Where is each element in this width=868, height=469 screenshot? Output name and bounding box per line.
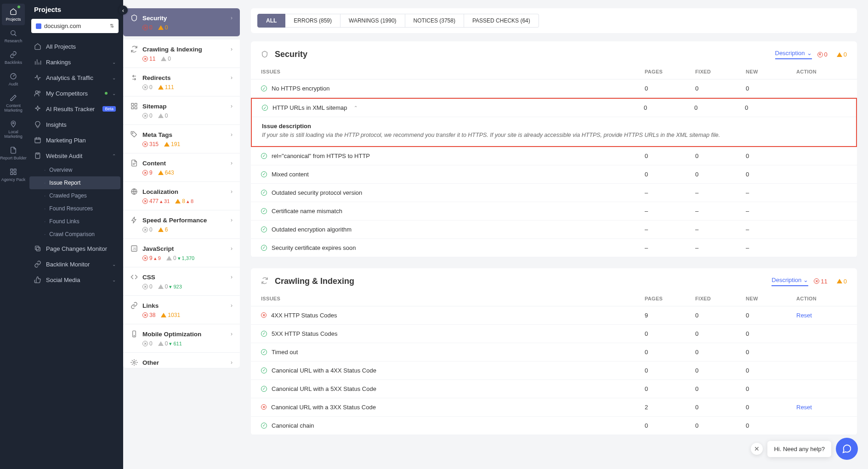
bulb-icon	[34, 121, 41, 128]
issue-label: Security certificate expires soon	[272, 244, 356, 251]
issue-row[interactable]: ✓ HTTP URLs in XML sitemap ⌃ 0 0 0	[252, 99, 856, 117]
nav-item-ai-results-tracker[interactable]: AI Results Tracker Beta	[27, 101, 123, 117]
nav-item-insights[interactable]: Insights	[27, 117, 123, 132]
category-security[interactable]: Security › ✕00	[123, 8, 240, 37]
issue-row[interactable]: ✓ Canonical chain 0 0 0	[251, 417, 857, 435]
rail-item-backlinks[interactable]: Backlinks	[0, 47, 27, 68]
issue-row[interactable]: ✕ 4XX HTTP Status Codes 9 0 0 Reset	[251, 306, 857, 325]
rail-item-report-builder[interactable]: Report Builder	[0, 142, 27, 164]
nav-label: Page Changes Monitor	[46, 245, 116, 252]
check-icon: ✓	[261, 349, 267, 355]
rail-item-local-marketing[interactable]: Local Marketing	[0, 116, 27, 142]
nav-item-marketing-plan[interactable]: Marketing Plan	[27, 132, 123, 148]
issue-row[interactable]: ✓ Outdated security protocol version – –…	[251, 184, 857, 202]
subnav-found-resources[interactable]: Found Resources	[27, 202, 123, 215]
category-localization[interactable]: Localization › ✕477 ▴ 318 ▴ 8	[123, 182, 240, 210]
issue-row[interactable]: ✓ rel="canonical" from HTTPS to HTTP 0 0…	[251, 147, 857, 165]
rail-item-projects[interactable]: Projects	[2, 4, 25, 25]
rail-label: Local Marketing	[0, 130, 27, 139]
category-counts: ✕00 ▾ 611	[123, 339, 240, 352]
category-css[interactable]: CSS › ✕00 ▾ 923	[123, 267, 240, 296]
nav-item-my-competitors[interactable]: My Competitors ⌄	[27, 85, 123, 101]
new-value: 0	[746, 153, 796, 159]
chat-close-button[interactable]: ✕	[751, 443, 763, 455]
pages-value: 0	[645, 349, 695, 356]
issue-row[interactable]: ✓ Certificate name mismatch – – –	[251, 202, 857, 220]
category-javascript[interactable]: JS JavaScript › ✕9 ▴ 90 ▾ 1,370	[123, 239, 240, 267]
chevron-up-icon: ⌃	[354, 105, 357, 110]
issue-row[interactable]: ✓ Security certificate expires soon – – …	[251, 239, 857, 257]
svg-rect-10	[35, 153, 40, 158]
filter-passed[interactable]: PASSED CHECKS (64)	[464, 14, 539, 28]
reset-link[interactable]: Reset	[796, 404, 812, 411]
error-icon: ✕	[814, 278, 819, 284]
sidebar-collapse-button[interactable]: ‹	[119, 6, 128, 15]
issue-label: Certificate name mismatch	[272, 208, 342, 215]
category-redirects[interactable]: Redirects › ✕0111	[123, 68, 240, 96]
category-other[interactable]: Other ›	[123, 353, 240, 368]
subnav-crawled-pages[interactable]: Crawled Pages	[27, 189, 123, 202]
fixed-value: 0	[695, 330, 746, 337]
project-selector[interactable]: docusign.com ⇅	[31, 19, 119, 33]
filter-warnings[interactable]: WARNINGS (1990)	[340, 14, 405, 28]
error-count: ✕11	[142, 56, 155, 62]
home-icon	[9, 7, 17, 16]
category-crawling-indexing[interactable]: Crawling & Indexing › ✕110	[123, 40, 240, 68]
chat-open-button[interactable]	[836, 438, 858, 460]
issue-row[interactable]: ✓ Outdated encryption algorithm – – –	[251, 220, 857, 239]
description-dropdown[interactable]: Description ⌄	[775, 50, 812, 59]
issue-row[interactable]: ✓ No HTTPS encryption 0 0 0	[251, 79, 857, 98]
subnav-overview[interactable]: Overview	[27, 164, 123, 176]
subnav-issue-report[interactable]: Issue Report	[29, 176, 120, 189]
pages-value: 9	[645, 312, 695, 319]
subnav-found-links[interactable]: Found Links	[27, 215, 123, 228]
description-dropdown[interactable]: Description ⌄	[772, 277, 808, 286]
nav-item-rankings[interactable]: Rankings ⌄	[27, 54, 123, 70]
issue-row[interactable]: ✓ Mixed content 0 0 0	[251, 165, 857, 184]
category-meta-tags[interactable]: Meta Tags › ✕315191	[123, 125, 240, 153]
issue-label: 5XX HTTP Status Codes	[272, 330, 338, 337]
category-speed-performance[interactable]: Speed & Performance › ✕06	[123, 210, 240, 239]
svg-rect-15	[131, 107, 134, 109]
rail-item-content-marketing[interactable]: Content Marketing	[0, 90, 27, 116]
new-value: 0	[746, 349, 796, 356]
issue-row[interactable]: ✓ Canonical URL with a 5XX Status Code 0…	[251, 380, 857, 398]
rail-item-audit[interactable]: Audit	[0, 68, 27, 90]
warning-icon	[158, 284, 164, 289]
subnav-crawl-comparison[interactable]: Crawl Comparison	[27, 228, 123, 241]
warning-icon	[158, 25, 164, 30]
chevron-right-icon: ›	[231, 74, 233, 81]
category-links[interactable]: Links › ✕381031	[123, 296, 240, 324]
gauge-icon	[9, 72, 17, 80]
nav-item-website-audit[interactable]: Website Audit ⌃	[27, 148, 123, 164]
issue-row[interactable]: ✓ Timed out 0 0 0	[251, 343, 857, 362]
rail-item-agency-pack[interactable]: Agency Pack	[0, 164, 27, 186]
nav-item-page-changes-monitor[interactable]: Page Changes Monitor	[27, 241, 123, 256]
error-count: ✕9	[142, 170, 153, 176]
check-icon: ✓	[261, 423, 267, 429]
rail-item-research[interactable]: Research	[0, 25, 27, 47]
issue-row[interactable]: ✓ 5XX HTTP Status Codes 0 0 0	[251, 325, 857, 343]
new-value: –	[746, 226, 796, 233]
category-mobile-optimization[interactable]: Mobile Optimization › ✕00 ▾ 611	[123, 324, 240, 353]
category-sitemap[interactable]: Sitemap › ✕00	[123, 96, 240, 125]
error-count: ✕477 ▴ 31	[142, 198, 170, 204]
nav-item-backlink-monitor[interactable]: Backlink Monitor ⌄	[27, 256, 123, 272]
mobile-icon	[130, 330, 138, 338]
category-content[interactable]: Content › ✕9643	[123, 153, 240, 182]
filter-notices[interactable]: NOTICES (3758)	[405, 14, 464, 28]
reset-link[interactable]: Reset	[796, 312, 812, 319]
highlighted-issue: ✓ HTTP URLs in XML sitemap ⌃ 0 0 0 Issue…	[251, 98, 857, 147]
issue-row[interactable]: ✕ Canonical URL with a 3XX Status Code 2…	[251, 398, 857, 417]
pages-value: 0	[644, 104, 694, 111]
nav-item-all-projects[interactable]: All Projects	[27, 39, 123, 54]
new-value: 0	[746, 367, 796, 374]
nav-label: AI Results Tracker	[46, 106, 98, 113]
category-label: Content	[142, 160, 226, 167]
filter-errors[interactable]: ERRORS (859)	[285, 14, 340, 28]
nav-item-analytics-traffic[interactable]: Analytics & Traffic ⌄	[27, 70, 123, 85]
edit-icon	[9, 94, 17, 102]
issue-row[interactable]: ✓ Canonical URL with a 4XX Status Code 0…	[251, 362, 857, 380]
nav-item-social-media[interactable]: Social Media ⌄	[27, 272, 123, 288]
filter-all[interactable]: ALL	[257, 14, 285, 28]
